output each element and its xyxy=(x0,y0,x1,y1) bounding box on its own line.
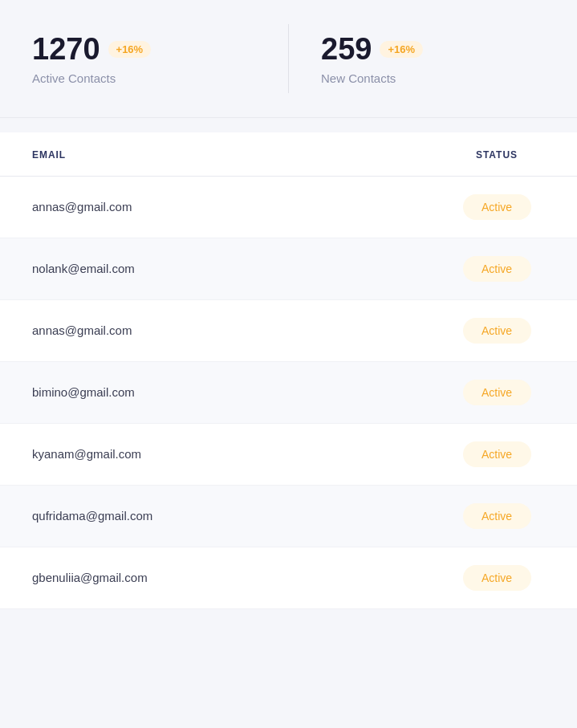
active-contacts-badge: +16% xyxy=(108,41,152,58)
status-column-header: STATUS xyxy=(476,149,518,161)
status-badge: Active xyxy=(463,565,531,591)
email-cell: annas@gmail.com xyxy=(32,200,132,214)
email-cell: annas@gmail.com xyxy=(32,323,132,337)
stats-section: 1270 +16% Active Contacts 259 +16% New C… xyxy=(0,0,577,118)
email-cell: nolank@email.com xyxy=(32,262,135,275)
table-row[interactable]: qufridama@gmail.com Active xyxy=(0,486,577,547)
status-badge: Active xyxy=(463,380,531,405)
new-contacts-block: 259 +16% New Contacts xyxy=(321,24,545,93)
active-contacts-block: 1270 +16% Active Contacts xyxy=(32,24,289,93)
table-row[interactable]: nolank@email.com Active xyxy=(0,238,577,300)
table-row[interactable]: bimino@gmail.com Active xyxy=(0,362,577,424)
active-contacts-number: 1270 xyxy=(32,32,100,67)
status-badge: Active xyxy=(463,503,531,529)
email-cell: bimino@gmail.com xyxy=(32,385,135,399)
section-divider xyxy=(0,118,577,132)
new-contacts-label: New Contacts xyxy=(321,71,545,85)
status-badge: Active xyxy=(463,441,531,467)
email-cell: qufridama@gmail.com xyxy=(32,509,152,523)
active-contacts-label: Active Contacts xyxy=(32,71,256,85)
contacts-table: EMAIL STATUS annas@gmail.com Active nola… xyxy=(0,132,577,609)
status-badge: Active xyxy=(463,318,531,344)
email-column-header: EMAIL xyxy=(32,149,66,161)
table-row[interactable]: annas@gmail.com Active xyxy=(0,300,577,362)
status-badge: Active xyxy=(463,194,531,220)
table-header: EMAIL STATUS xyxy=(0,132,577,177)
new-contacts-badge: +16% xyxy=(380,41,423,58)
email-cell: kyanam@gmail.com xyxy=(32,447,141,461)
new-contacts-number: 259 xyxy=(321,32,372,67)
table-body: annas@gmail.com Active nolank@email.com … xyxy=(0,177,577,609)
table-row[interactable]: gbenuliia@gmail.com Active xyxy=(0,547,577,609)
table-row[interactable]: kyanam@gmail.com Active xyxy=(0,424,577,486)
email-cell: gbenuliia@gmail.com xyxy=(32,571,148,584)
table-row[interactable]: annas@gmail.com Active xyxy=(0,177,577,238)
status-badge: Active xyxy=(463,256,531,282)
